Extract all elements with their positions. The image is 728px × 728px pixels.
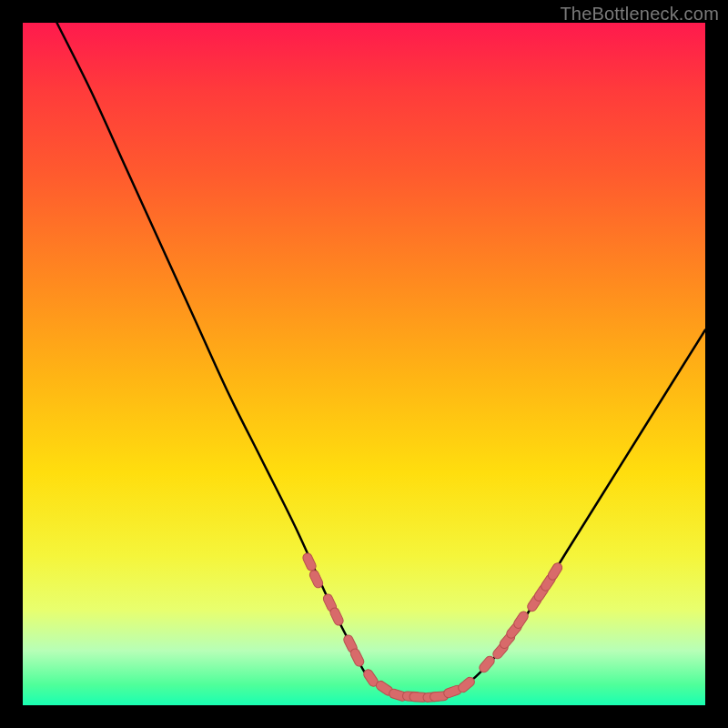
plot-area — [23, 23, 705, 705]
curve-marker — [512, 610, 530, 630]
curve-marker — [457, 675, 477, 693]
curve-marker — [478, 654, 496, 674]
curve-marker — [546, 561, 563, 581]
outer-frame: TheBottleneck.com — [0, 0, 728, 728]
curve-marker — [329, 606, 345, 626]
curve-marker — [308, 569, 325, 589]
curve-marker — [349, 647, 366, 667]
watermark-text: TheBottleneck.com — [560, 4, 719, 25]
curve-marker — [301, 551, 318, 571]
chart-svg — [23, 23, 705, 705]
bottleneck-curve — [57, 23, 706, 697]
